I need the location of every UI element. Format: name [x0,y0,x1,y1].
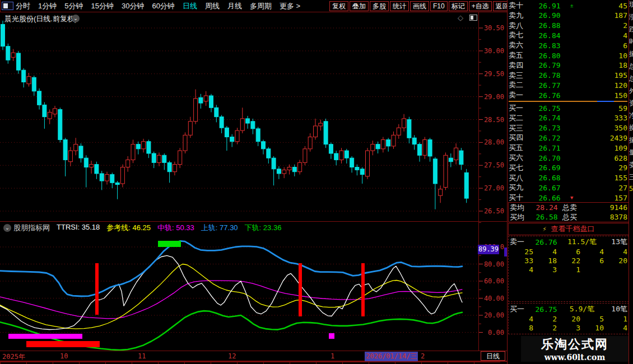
order-book-row[interactable]: 卖十26.91±45 [509,1,627,11]
avg-price-box: 卖均28.24总卖9146买均26.58总买8378 [508,202,629,222]
time-axis-label: 1 [331,352,334,360]
order-book-row[interactable]: 买三26.73350 [509,123,627,133]
order-book-row[interactable]: 买七26.6929 [509,163,627,173]
detail-numbers: 422051823104 [509,315,629,332]
ask1-detail-box: 卖一26.7611.5/笔13笔254644331822620431 [508,236,629,302]
lightning-icon: ⚡ [542,225,546,233]
time-axis-label: 2025年 [2,352,25,362]
price-axis-label: 29.00 [480,93,504,101]
indicator-value: 下轨: 23.36 [245,223,282,233]
order-book-row[interactable]: 卖一26.76150 [509,90,627,100]
price-axis-label: 28.50 [480,116,504,124]
indicator-value: 参考线: 46.25 [106,223,151,233]
candlestick-chart[interactable] [0,0,507,364]
indicator-value: TTRSI: 35.18 [57,223,100,233]
indicator-axis-label: 20.00 [480,311,504,319]
watermark: 乐淘公式网 www.60lt.com [521,336,629,362]
time-axis [0,351,507,361]
order-book-row[interactable]: 卖四26.7918 [509,60,627,71]
chevron-down-icon[interactable]: ⌄ [72,15,80,22]
time-axis-label: 2 [421,352,425,360]
time-axis-label: 10 [60,352,68,360]
indicator-value-tag: 89.39 [478,245,499,254]
detail-header: 买一26.755.9/笔10笔 [509,304,629,315]
order-book-row[interactable]: 卖七26.844 [509,30,627,40]
order-book-panel: 卖均28.24总卖9146买均26.58总买8378 ⚡ 查看千档盘口 卖一26… [507,0,633,364]
trading-app: 分时1分钟5分钟15分钟30分钟60分钟日线周线月线多周期更多 > 复权叠加多股… [0,0,633,364]
order-book-row[interactable]: 买六26.70628 [509,153,627,163]
indicator-axis-label: 40.00 [480,295,504,302]
price-axis-label: 26.50 [480,207,504,215]
price-axis-label: 29.50 [480,70,504,78]
price-axis-label: 30.00 [480,47,504,55]
indicator-header: 股朋指标网TTRSI: 35.18参考线: 46.25中轨: 50.33上轨: … [13,223,281,233]
thousand-depth-link[interactable]: ⚡ 查看千档盘口 [508,223,629,235]
order-book-row[interactable]: 买五26.71109 [509,143,627,153]
indicator-value: 中轨: 50.33 [157,223,194,233]
price-axis-label: 27.50 [480,161,504,169]
indicator-axis-label: 0.00 [480,329,504,337]
price-axis-label: 30.50 [480,24,504,32]
chart-title: 晨光股份(日线.前复权) [4,14,77,24]
order-book-row[interactable]: 卖九26.90187 [509,11,627,21]
chevron-down-icon[interactable]: ⌄ [3,224,11,232]
indicator-name: 股朋指标网 [13,223,50,233]
time-axis-highlight-date: 2026/01/14/三 [365,352,418,361]
indicator-value: 上轨: 77.30 [201,223,238,233]
order-book-row[interactable]: 买九26.6727 [509,183,627,193]
diamond-icon[interactable]: ◇ [458,13,463,22]
split-window-icon[interactable] [469,15,477,21]
avg-row: 卖均28.24总卖9146 [509,203,629,212]
time-axis-label: 11 [138,352,146,360]
bid-ask-separator [509,101,627,102]
bottom-row-sliver [0,362,507,364]
detail-header: 卖一26.7611.5/笔13笔 [509,236,629,248]
period-label-box[interactable]: 日线 [481,351,505,361]
order-book-row[interactable]: 卖八26.882 [509,21,627,31]
order-book-row[interactable]: 买四26.722439 [509,133,627,143]
order-book-row[interactable]: 买一26.7559 [509,103,627,113]
indicator-axis-label: 60.00 [480,277,504,285]
order-book-row[interactable]: 卖六26.836 [509,40,627,50]
order-book-row[interactable]: 卖三26.78195 [509,71,627,81]
price-axis-label: 27.00 [480,184,504,192]
time-axis-label: 12 [228,352,236,360]
clipped-info-column: 现涨跌时振总总外资净换振量委三5 [629,0,633,364]
price-axis-label: 28.00 [480,138,504,146]
order-book-row[interactable]: 卖五26.8010 [509,50,627,60]
bid1-detail-box: 买一26.755.9/笔10笔422051823104 [508,303,629,334]
order-book-row[interactable]: 卖二26.77120 [509,80,627,90]
indicator-axis-label: 80.00 [480,260,504,268]
order-book-row[interactable]: 买十26.66▼157 [509,193,627,203]
order-book-row[interactable]: 买八26.68155 [509,173,627,183]
avg-row: 买均26.58总买8378 [509,212,629,222]
order-book-row[interactable]: 买二26.74333 [509,113,627,123]
detail-numbers: 254644331822620431 [509,248,629,274]
